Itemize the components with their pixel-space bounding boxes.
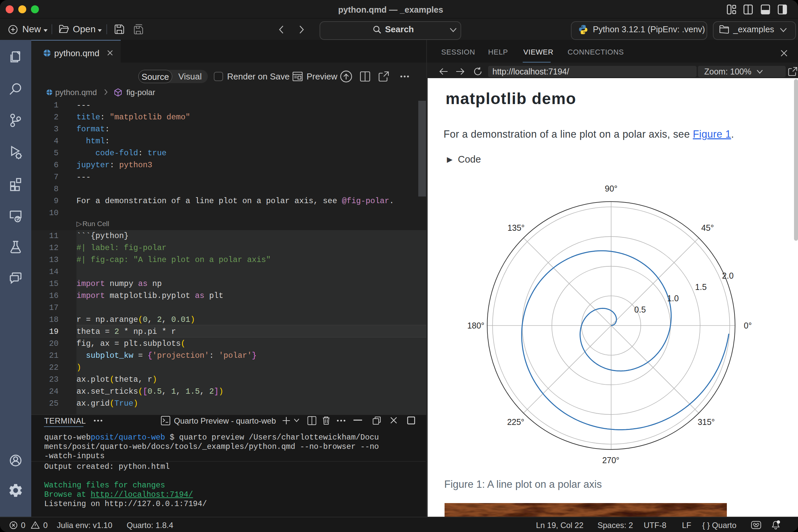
svg-text:2.0: 2.0	[722, 271, 734, 280]
svg-text:225°: 225°	[507, 417, 524, 426]
svg-text:1.0: 1.0	[667, 293, 679, 303]
svg-text:45°: 45°	[701, 223, 714, 232]
svg-text:180°: 180°	[467, 321, 484, 330]
svg-text:270°: 270°	[602, 456, 620, 465]
svg-text:0.5: 0.5	[634, 305, 646, 314]
svg-text:315°: 315°	[698, 417, 715, 426]
svg-text:1.5: 1.5	[695, 282, 707, 291]
svg-text:90°: 90°	[605, 184, 618, 193]
svg-text:0°: 0°	[744, 321, 752, 330]
svg-text:135°: 135°	[507, 223, 525, 232]
